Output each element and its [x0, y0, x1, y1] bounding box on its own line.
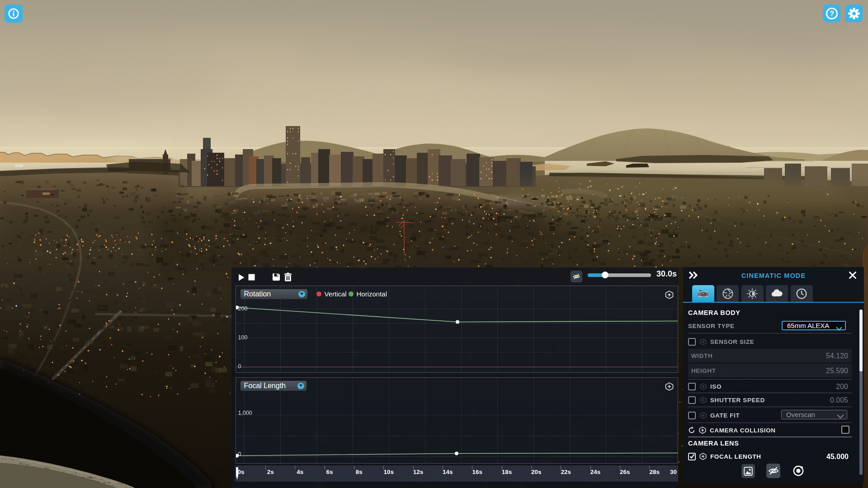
svg-text:?: ? — [829, 9, 834, 17]
